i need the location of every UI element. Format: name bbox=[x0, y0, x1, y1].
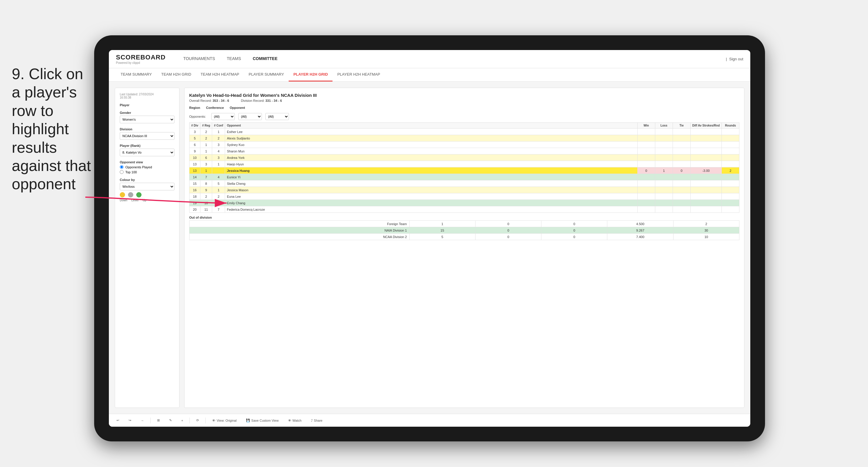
cell-name: Haejo Hyun bbox=[225, 161, 638, 167]
nav-committee[interactable]: COMMITTEE bbox=[247, 50, 283, 68]
cell-diff bbox=[690, 161, 721, 167]
radio-top-100[interactable]: Top 100 bbox=[120, 170, 175, 174]
cell-loss bbox=[655, 142, 673, 148]
share-icon: ⤴ bbox=[311, 419, 313, 422]
th-loss: Loss bbox=[655, 123, 673, 129]
cell-name: Eunice Yi bbox=[225, 174, 638, 180]
cell-diff bbox=[690, 180, 721, 187]
subnav-player-summary[interactable]: PLAYER SUMMARY bbox=[244, 68, 289, 82]
cell-div: 16 bbox=[189, 187, 200, 193]
gender-select[interactable]: Women's bbox=[120, 116, 175, 123]
cell-loss bbox=[655, 129, 673, 135]
colour-select[interactable]: Win/loss bbox=[120, 183, 175, 190]
table-row-selected[interactable]: 13 1 Jessica Huang 0 1 0 -3.00 2 bbox=[189, 167, 739, 174]
cell-win bbox=[637, 135, 655, 142]
colour-section: Colour by Win/loss Down Level Up bbox=[120, 178, 175, 202]
region-select[interactable]: (All) bbox=[211, 113, 235, 120]
save-custom-view-button[interactable]: 💾 Save Custom View bbox=[243, 417, 282, 424]
cell-tie bbox=[673, 180, 690, 187]
cell-conf: 3 bbox=[212, 155, 225, 161]
division-select[interactable]: NCAA Division III bbox=[120, 132, 175, 140]
table-row[interactable]: 5 2 2 Alexis Sudjianto bbox=[189, 135, 739, 142]
cell-win bbox=[637, 148, 655, 155]
cell-div: 14 bbox=[189, 174, 200, 180]
crop-button[interactable]: ⊞ bbox=[154, 417, 163, 424]
cell-div: 13 bbox=[189, 167, 200, 174]
toolbar-divider-1 bbox=[150, 417, 151, 424]
forward-button[interactable]: → bbox=[138, 417, 147, 424]
share-button[interactable]: ⤴ Share bbox=[308, 417, 326, 424]
divider-line: | bbox=[726, 57, 727, 61]
cell-rounds bbox=[722, 129, 739, 135]
cell-loss bbox=[655, 180, 673, 187]
cell-loss: 1 bbox=[655, 167, 673, 174]
right-panel: Katelyn Vo Head-to-Head Grid for Women's… bbox=[184, 88, 744, 408]
cell-tie bbox=[673, 155, 690, 161]
table-row[interactable]: 15 8 5 Stella Cheng bbox=[189, 180, 739, 187]
cell-div: 20 bbox=[189, 206, 200, 213]
table-row[interactable]: NCAA Division 2 5 0 0 7.400 10 bbox=[189, 234, 739, 240]
table-row[interactable]: 3 2 1 Esther Lee bbox=[189, 129, 739, 135]
cell-rounds bbox=[722, 206, 739, 213]
edit-button[interactable]: ✎ bbox=[166, 417, 175, 424]
cell-loss bbox=[655, 174, 673, 180]
subnav-team-summary[interactable]: TEAM SUMMARY bbox=[116, 68, 157, 82]
cell-tie bbox=[673, 161, 690, 167]
add-button[interactable]: + bbox=[178, 417, 186, 424]
grid-title: Katelyn Vo Head-to-Head Grid for Women's… bbox=[189, 93, 739, 98]
cell-reg: 1 bbox=[200, 148, 212, 155]
cell-diff bbox=[690, 200, 721, 206]
nav-teams[interactable]: TEAMS bbox=[221, 50, 247, 68]
division-section: Division NCAA Division III bbox=[120, 127, 175, 140]
gender-section: Gender Women's bbox=[120, 111, 175, 123]
redo-button[interactable]: ↪ bbox=[126, 417, 134, 424]
subnav-team-h2h-heatmap[interactable]: TEAM H2H HEATMAP bbox=[196, 68, 244, 82]
view-original-button[interactable]: 👁 View: Original bbox=[209, 417, 240, 424]
tablet-device: SCOREBOARD Powered by clippd TOURNAMENTS… bbox=[94, 35, 765, 441]
table-row[interactable]: Foreign Team 1 0 0 4.500 2 bbox=[189, 221, 739, 227]
table-row[interactable]: 18 2 2 Euna Lee bbox=[189, 193, 739, 200]
radio-opponents-played[interactable]: Opponents Played bbox=[120, 165, 175, 169]
cell-reg: 7 bbox=[200, 174, 212, 180]
table-row[interactable]: 13 3 1 Haejo Hyun bbox=[189, 161, 739, 167]
subnav-player-h2h-heatmap[interactable]: PLAYER H2H HEATMAP bbox=[333, 68, 384, 82]
watch-button[interactable]: 👁 Watch bbox=[285, 417, 305, 424]
cell-name: Sharon Mun bbox=[225, 148, 638, 155]
table-row[interactable]: 14 7 4 Eunice Yi bbox=[189, 174, 739, 180]
conference-select[interactable]: (All) bbox=[238, 113, 262, 120]
cell-div: 6 bbox=[189, 142, 200, 148]
cell-loss bbox=[655, 200, 673, 206]
table-row[interactable]: 9 1 4 Sharon Mun bbox=[189, 148, 739, 155]
table-row[interactable]: 10 6 3 Andrea York bbox=[189, 155, 739, 161]
table-row[interactable]: 20 11 7 Federica Domecq Lacroze bbox=[189, 206, 739, 213]
subnav-player-h2h-grid[interactable]: PLAYER H2H GRID bbox=[289, 68, 333, 82]
cell-win bbox=[637, 161, 655, 167]
colour-labels: Down Level Up bbox=[120, 199, 175, 202]
player-rank-select[interactable]: 8. Katelyn Vo bbox=[120, 149, 175, 156]
cell-reg: 1 bbox=[200, 142, 212, 148]
cell-win bbox=[637, 155, 655, 161]
main-content: Last Updated: 27/03/2024 16:55:38 Player… bbox=[109, 82, 750, 414]
nav-tournaments[interactable]: TOURNAMENTS bbox=[178, 50, 221, 68]
table-row[interactable]: NAIA Division 1 15 0 0 9.267 30 bbox=[189, 227, 739, 234]
cell-loss bbox=[655, 135, 673, 142]
cell-loss: 0 bbox=[475, 227, 541, 234]
cell-tie: 0 bbox=[541, 227, 607, 234]
player-section: Player bbox=[120, 103, 175, 107]
left-panel: Last Updated: 27/03/2024 16:55:38 Player… bbox=[115, 88, 180, 408]
filter-selects-row: Opponents: (All) (All) (All) bbox=[189, 113, 739, 120]
refresh-button[interactable]: ⟳ bbox=[193, 417, 202, 424]
player-rank-label: Player (Rank) bbox=[120, 144, 175, 148]
table-row[interactable]: 16 9 1 Jessica Mason bbox=[189, 187, 739, 193]
subnav-team-h2h-grid[interactable]: TEAM H2H GRID bbox=[157, 68, 196, 82]
sign-out-link[interactable]: Sign out bbox=[729, 57, 743, 61]
cell-win bbox=[637, 187, 655, 193]
cell-diff bbox=[690, 129, 721, 135]
cell-rounds: 10 bbox=[673, 234, 739, 240]
opponent-select[interactable]: (All) bbox=[266, 113, 289, 120]
table-row[interactable]: 19 10 6 Emily Chang bbox=[189, 200, 739, 206]
table-row[interactable]: 6 1 3 Sydney Kuo bbox=[189, 142, 739, 148]
undo-button[interactable]: ↩ bbox=[114, 417, 122, 424]
cell-rounds bbox=[722, 193, 739, 200]
timestamp: Last Updated: 27/03/2024 16:55:38 bbox=[120, 93, 175, 99]
